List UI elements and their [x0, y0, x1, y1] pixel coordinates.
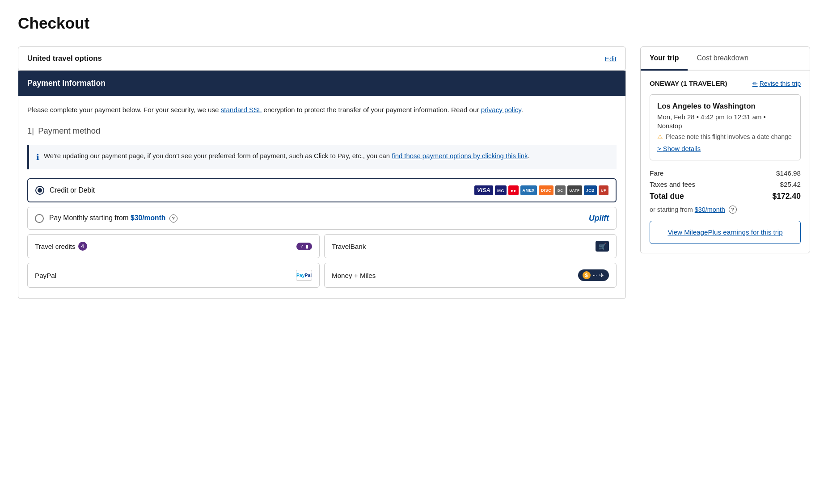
ssl-link[interactable]: standard SSL — [221, 106, 262, 113]
payment-options-link[interactable]: find those payment options by clicking t… — [392, 152, 528, 160]
visa-icon: VISA — [474, 185, 493, 195]
fare-row: Fare $146.98 — [650, 169, 801, 177]
uatp-icon: UATP — [567, 185, 582, 195]
date-change-text: Please note this flight involves a date … — [666, 133, 792, 140]
security-text: Please complete your payment below. For … — [27, 105, 617, 115]
fare-label: Fare — [650, 169, 663, 177]
monthly-starting-link[interactable]: $30/month — [695, 206, 725, 213]
starting-help-icon[interactable]: ? — [729, 206, 737, 214]
payment-options-grid: Travel credits 4 ✓ ▮ TravelBank 🛒 — [27, 234, 617, 288]
trip-content: ONEWAY (1 TRAVELER) ✏ Revise this trip L… — [641, 71, 810, 253]
unionpay-icon: UP — [599, 185, 608, 195]
credit-debit-radio[interactable] — [35, 186, 44, 195]
payment-method-title: 1| Payment method — [27, 126, 617, 136]
travel-credits-label: Travel credits — [35, 243, 76, 250]
travel-credits-badge: 4 — [78, 242, 87, 251]
tab-your-trip[interactable]: Your trip — [641, 47, 688, 71]
taxes-label: Taxes and fees — [650, 181, 695, 188]
pay-monthly-label: Pay Monthly starting from $30/month ? — [49, 214, 589, 223]
toggle-check-icon: ✓ — [300, 244, 304, 249]
paypal-icon: PayPal — [296, 270, 312, 281]
money-miles-label: Money + Miles — [332, 272, 376, 279]
payment-info-header: Payment information — [18, 71, 625, 96]
trip-box: Your trip Cost breakdown ONEWAY (1 TRAVE… — [640, 46, 810, 253]
uplift-logo: Uplift — [589, 214, 609, 223]
oneway-header: ONEWAY (1 TRAVELER) ✏ Revise this trip — [650, 80, 801, 87]
page-title: Checkout — [18, 14, 810, 32]
credit-debit-label: Credit or Debit — [50, 186, 474, 194]
total-label: Total due — [650, 192, 684, 201]
taxes-value: $25.42 — [780, 181, 801, 188]
warning-icon: ⚠ — [657, 133, 663, 140]
info-icon: ℹ — [36, 151, 39, 163]
payment-info-box: Payment information Please complete your… — [18, 71, 626, 299]
sidebar-column: Your trip Cost breakdown ONEWAY (1 TRAVE… — [640, 46, 810, 253]
travel-options-section: United travel options Edit — [18, 46, 626, 71]
tab-cost-breakdown[interactable]: Cost breakdown — [688, 47, 757, 71]
travel-credits-option[interactable]: Travel credits 4 ✓ ▮ — [27, 234, 320, 258]
show-details-link[interactable]: Show details — [657, 145, 701, 152]
card-icons-row: VISA MC ●● AMEX DISC DC UATP JCB UP — [474, 185, 608, 195]
edit-link[interactable]: Edit — [605, 55, 617, 63]
jcb-icon: JCB — [584, 185, 597, 195]
money-miles-option[interactable]: Money + Miles $ ··· ✈ — [324, 263, 617, 288]
travelbank-label: TravelBank — [332, 243, 366, 250]
flight-route: Los Angeles to Washington — [657, 102, 793, 111]
revise-trip-link[interactable]: ✏ Revise this trip — [752, 80, 801, 87]
edit-pencil-icon: ✏ — [752, 80, 758, 87]
info-banner: ℹ We're updating our payment page, if yo… — [27, 145, 617, 169]
oneway-label: ONEWAY (1 TRAVELER) — [650, 80, 727, 87]
paypal-option[interactable]: PayPal PayPal — [27, 263, 320, 288]
total-row: Total due $172.40 — [650, 192, 801, 201]
fare-value: $146.98 — [776, 169, 801, 177]
starting-from: or starting from $30/month ? — [650, 206, 801, 214]
mileage-plus-button[interactable]: View MileagePlus earnings for this trip — [650, 221, 801, 244]
pay-monthly-option[interactable]: Pay Monthly starting from $30/month ? Up… — [27, 207, 617, 230]
info-banner-text: We're updating our payment page, if you … — [44, 151, 530, 161]
travel-credits-toggle[interactable]: ✓ ▮ — [296, 243, 312, 250]
pay-monthly-radio[interactable] — [35, 214, 44, 223]
date-change-warning: ⚠ Please note this flight involves a dat… — [657, 133, 793, 140]
privacy-link[interactable]: privacy policy — [481, 106, 521, 113]
pay-monthly-help-icon[interactable]: ? — [169, 214, 177, 223]
mastercard-icon: ●● — [508, 185, 519, 195]
paypal-label: PayPal — [35, 272, 56, 279]
main-layout: United travel options Edit Payment infor… — [18, 46, 810, 299]
amex-icon: AMEX — [520, 185, 537, 195]
credit-debit-option[interactable]: Credit or Debit VISA MC ●● AMEX DISC DC … — [27, 178, 617, 202]
flight-nonstop: Nonstop — [657, 122, 793, 130]
money-miles-icon: $ ··· ✈ — [578, 269, 609, 281]
diners-icon: DC — [555, 185, 566, 195]
travel-options-label: United travel options — [27, 54, 102, 63]
total-value: $172.40 — [772, 192, 801, 201]
travelbank-icon: 🛒 — [596, 241, 609, 252]
mc-icon: MC — [495, 185, 507, 195]
travelbank-option[interactable]: TravelBank 🛒 — [324, 234, 617, 258]
taxes-row: Taxes and fees $25.42 — [650, 181, 801, 188]
main-column: United travel options Edit Payment infor… — [18, 46, 626, 299]
flight-card: Los Angeles to Washington Mon, Feb 28 • … — [650, 94, 801, 160]
flight-time: Mon, Feb 28 • 4:42 pm to 12:31 am • — [657, 113, 793, 121]
discover-icon: DISC — [539, 185, 553, 195]
revise-trip-label: Revise this trip — [760, 80, 801, 87]
payment-info-body: Please complete your payment below. For … — [18, 96, 625, 298]
monthly-link[interactable]: $30/month — [131, 214, 165, 222]
toggle-bar-icon: ▮ — [306, 244, 308, 249]
trip-tabs: Your trip Cost breakdown — [641, 47, 810, 71]
mileage-plus-link[interactable]: View MileagePlus earnings for this trip — [667, 228, 782, 236]
